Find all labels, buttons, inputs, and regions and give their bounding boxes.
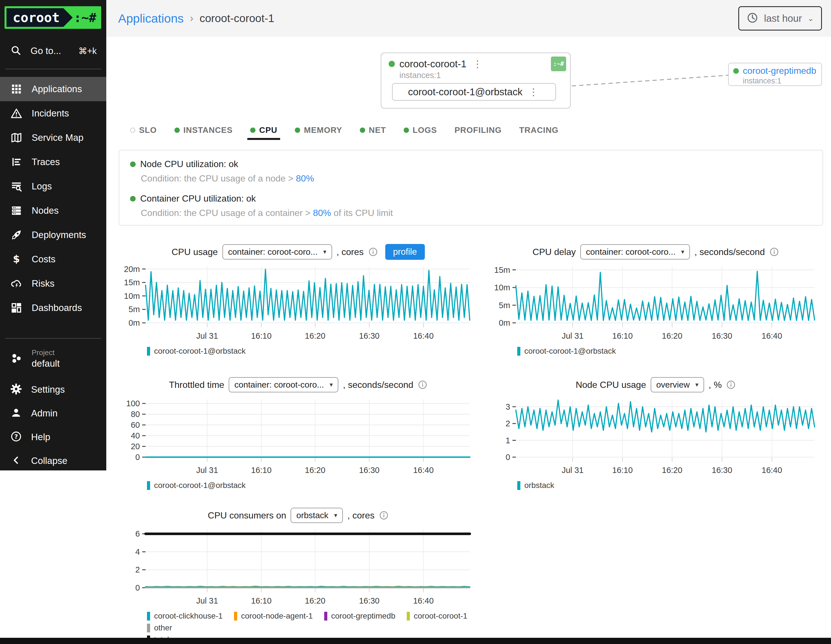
node-selector[interactable]: orbstack ▾ [291,508,342,523]
tab-instances[interactable]: INSTANCES [174,126,232,135]
tab-profiling[interactable]: PROFILING [455,126,502,135]
node-cpu-usage-plot[interactable]: Jul 3116:1016:2016:3016:400123 [489,395,823,478]
tab-tracing[interactable]: TRACING [519,126,559,135]
cpu-delay-plot[interactable]: Jul 3116:1016:2016:3016:400m5m10m15m [489,262,823,344]
container-selector[interactable]: container: coroot-coro... ▾ [223,244,332,260]
legend-item[interactable]: coroot-greptimedb [324,612,395,620]
svg-text:5m: 5m [499,301,510,310]
sidebar-item-settings[interactable]: Settings [0,378,106,402]
svg-text:2: 2 [506,419,510,428]
sidebar-divider [5,338,101,339]
dependency-name-link[interactable]: coroot-greptimedb [743,65,816,76]
chart-legend: coroot-coroot-1@orbstack [147,481,478,490]
sidebar-item-incidents[interactable]: Incidents [0,101,106,126]
time-range-picker[interactable]: last hour ⌄ [738,6,822,30]
clock-icon [747,12,758,25]
svg-text:16:30: 16:30 [712,465,732,475]
cpu-usage-plot[interactable]: Jul 3116:1016:2016:3016:400m5m10m15m20m [119,262,478,344]
chart-legend: orbstack [517,481,823,490]
check-status-dot-ok [130,161,136,167]
info-icon[interactable] [379,510,388,520]
container-selector[interactable]: container: coroot-coro... ▾ [229,377,338,392]
container-selector[interactable]: container: coroot-coro... ▾ [580,244,690,260]
check-condition: Condition: the CPU usage of a container … [141,208,812,218]
svg-text:16:20: 16:20 [305,596,326,605]
sidebar-item-deployments[interactable]: Deployments [0,223,106,247]
sidebar-item-label: Settings [31,384,65,395]
sidebar-item-label: Dashboards [32,303,82,313]
svg-text:1: 1 [506,436,510,445]
breadcrumb-applications-link[interactable]: Applications [118,11,184,26]
svg-text:16:30: 16:30 [359,332,380,340]
sidebar-item-label: Logs [32,181,52,192]
sidebar-item-logs[interactable]: Logs [0,174,106,198]
info-icon[interactable] [368,247,378,257]
tab-logs[interactable]: LOGS [404,126,437,135]
svg-text:20m: 20m [124,265,140,274]
sidebar-item-risks[interactable]: Risks [0,271,106,296]
svg-text:16:10: 16:10 [251,596,272,605]
legend-item[interactable]: coroot-coroot-1 [407,612,468,620]
sidebar-item-label: Incidents [32,108,69,119]
sidebar-project-switcher[interactable]: Project default [0,348,106,369]
legend-swatch [324,612,327,620]
legend-item[interactable]: coroot-coroot-1@orbstack [517,347,616,355]
legend-item[interactable]: coroot-coroot-1@orbstack [147,347,246,355]
check-status-dot-ok [130,196,136,202]
legend-item[interactable]: coroot-clickhouse-1 [147,612,223,620]
tab-net[interactable]: NET [360,126,386,135]
goto-search[interactable]: Go to... ⌘+k [0,40,106,62]
check-node-cpu: Node CPU utilization: ok Condition: the … [130,159,812,184]
dependency-connector-line [571,71,729,91]
svg-text:15m: 15m [124,278,140,287]
svg-text:5m: 5m [129,305,140,314]
sidebar-item-costs[interactable]: $ Costs [0,247,106,271]
traces-icon [10,156,22,168]
sidebar-item-label: Service Map [32,132,83,143]
legend-item[interactable]: other [147,623,172,633]
sidebar-item-help[interactable]: ? Help [0,425,106,449]
cpu-checks-panel: Node CPU utilization: ok Condition: the … [119,150,823,226]
tab-cpu[interactable]: CPU [250,126,277,135]
chart-title-row: CPU consumers on orbstack ▾ , cores [119,505,478,525]
info-icon[interactable] [726,380,736,390]
check-title: Node CPU utilization: ok [140,159,238,169]
breadcrumb-current-app: coroot-coroot-1 [199,12,274,25]
coroot-logo[interactable]: coroot :~# [5,6,101,29]
sidebar-item-label: Nodes [32,205,59,216]
throttled-time-plot[interactable]: Jul 3116:1016:2016:3016:40020406080100 [119,395,478,478]
svg-text:16:20: 16:20 [305,465,326,475]
sidebar-item-service-map[interactable]: Service Map [0,126,106,150]
threshold-link[interactable]: 80% [296,173,314,183]
top-bar: Applications › coroot-coroot-1 last hour… [106,0,831,37]
check-condition: Condition: the CPU usage of a node > 80% [141,173,812,184]
svg-text:0m: 0m [499,318,510,327]
legend-item[interactable]: orbstack [517,481,554,490]
cpu-consumers-plot[interactable]: Jul 3116:1016:2016:3016:400246 [119,525,478,609]
sidebar-item-traces[interactable]: Traces [0,150,106,174]
threshold-link[interactable]: 80% [313,208,331,218]
chevron-down-icon: ⌄ [807,14,814,23]
tab-memory[interactable]: MEMORY [295,126,342,135]
info-icon[interactable] [769,247,779,257]
instance-kebab-menu-icon[interactable]: ⋮ [527,86,540,97]
app-kebab-menu-icon[interactable]: ⋮ [471,58,484,70]
sidebar-item-dashboards[interactable]: Dashboards [0,296,106,320]
instance-box[interactable]: coroot-coroot-1@orbstack ⋮ [392,83,556,100]
map-icon [10,132,22,143]
gear-icon [10,383,22,396]
svg-text:0m: 0m [129,318,140,327]
tab-slo[interactable]: SLO [130,126,157,135]
svg-text:2: 2 [135,565,140,574]
chevron-left-icon [10,454,22,467]
profile-button[interactable]: profile [385,244,425,260]
sidebar-item-admin[interactable]: Admin [0,402,106,425]
view-selector[interactable]: overview ▾ [651,377,704,392]
sidebar-item-nodes[interactable]: Nodes [0,198,106,223]
sidebar-collapse-button[interactable]: Collapse [0,449,106,473]
legend-item[interactable]: coroot-node-agent-1 [234,612,313,620]
legend-item[interactable]: coroot-coroot-1@orbstack [147,481,246,490]
check-title: Container CPU utilization: ok [140,193,256,204]
sidebar-item-applications[interactable]: Applications [0,77,106,101]
info-icon[interactable] [418,380,427,390]
